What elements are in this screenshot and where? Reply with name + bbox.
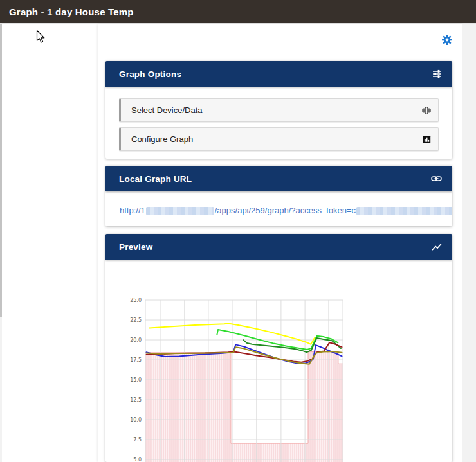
- svg-text:22.5: 22.5: [130, 317, 142, 323]
- url-prefix: http://1: [120, 206, 145, 215]
- right-gutter: [462, 24, 476, 462]
- preview-body: 25.022.520.017.515.012.510.07.55.0: [105, 260, 452, 462]
- mouse-cursor-icon: [36, 30, 47, 44]
- svg-text:12.5: 12.5: [130, 397, 142, 403]
- preview-title: Preview: [105, 242, 152, 252]
- url-middle: /apps/api/259/graph/?access_token=c: [215, 206, 356, 215]
- svg-text:10.0: 10.0: [130, 417, 142, 423]
- gear-icon[interactable]: [441, 34, 453, 46]
- graph-options-panel: Graph Options Select: [105, 61, 452, 159]
- graph-options-header[interactable]: Graph Options: [105, 61, 452, 87]
- link-icon: [431, 175, 442, 182]
- redacted-token-segment: [356, 207, 452, 215]
- graph-options-body: Select Device/Data Configure Graph: [105, 87, 452, 151]
- main-content-card: Graph Options Select: [98, 24, 462, 462]
- preview-header[interactable]: Preview: [105, 234, 452, 260]
- svg-text:20.0: 20.0: [130, 337, 142, 343]
- configure-graph-label: Configure Graph: [121, 134, 193, 144]
- preview-panel: Preview 25.022.520.017.515.012.510.07.55…: [105, 234, 452, 462]
- svg-text:5.0: 5.0: [133, 457, 142, 462]
- page-title: Graph - 1 day House Temp: [0, 6, 134, 17]
- graph-options-title: Graph Options: [105, 69, 181, 79]
- app-title-bar: Graph - 1 day House Temp: [0, 0, 476, 23]
- svg-text:7.5: 7.5: [133, 437, 142, 443]
- svg-text:25.0: 25.0: [130, 298, 142, 303]
- bar-chart-icon: [423, 135, 431, 143]
- device-vibration-icon: [422, 106, 431, 115]
- svg-text:17.5: 17.5: [130, 357, 142, 363]
- configure-graph-button[interactable]: Configure Graph: [119, 127, 439, 151]
- tune-sliders-icon: [432, 69, 442, 79]
- preview-chart: 25.022.520.017.515.012.510.07.55.0: [105, 260, 452, 462]
- local-graph-url-title: Local Graph URL: [105, 174, 192, 184]
- local-graph-url-header[interactable]: Local Graph URL: [105, 166, 452, 191]
- svg-text:15.0: 15.0: [130, 377, 142, 383]
- local-graph-url-body: http://1/apps/api/259/graph/?access_toke…: [105, 191, 452, 216]
- graph-url-link[interactable]: http://1/apps/api/259/graph/?access_toke…: [120, 206, 452, 215]
- redacted-host-segment: [146, 207, 214, 215]
- select-device-data-label: Select Device/Data: [121, 105, 203, 115]
- select-device-data-button[interactable]: Select Device/Data: [119, 98, 439, 122]
- line-chart-icon: [432, 243, 442, 251]
- left-blank-area: [2, 24, 98, 462]
- local-graph-url-panel: Local Graph URL http://1/apps/api/259/gr…: [105, 166, 452, 226]
